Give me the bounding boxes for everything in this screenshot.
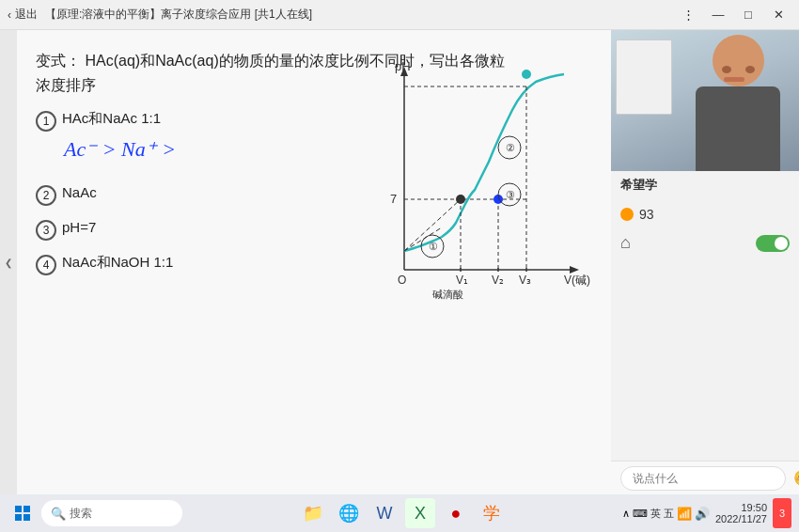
counter-dot (620, 208, 634, 221)
svg-text:V₂: V₂ (492, 274, 504, 287)
word-icon[interactable]: W (369, 498, 400, 528)
item-2-label: NaAc (62, 184, 97, 200)
svg-text:③: ③ (506, 189, 515, 200)
minimize-button[interactable]: — (705, 5, 731, 25)
item-2-num: 2 (36, 185, 56, 206)
sidebar: 希望学 93 ⌂ 😊 发送 (611, 30, 799, 494)
start-button[interactable] (8, 498, 38, 528)
home-icon[interactable]: ⌂ (620, 233, 631, 253)
svg-text:V(碱): V(碱) (564, 274, 590, 287)
emoji-button[interactable]: 😊 (793, 466, 799, 491)
title-bar-left: ‹ 退出 【原理:溶液中的平衡】离子浓度综合应用 [共1人在线] (8, 7, 312, 23)
clock-date: 2022/11/27 (715, 513, 767, 524)
excel-icon[interactable]: X (405, 498, 435, 528)
edge-icon[interactable]: 🌐 (334, 498, 364, 528)
volume-icon[interactable]: 🔊 (695, 507, 710, 521)
search-label: 搜索 (70, 506, 92, 522)
window-title: 【原理:溶液中的平衡】离子浓度综合应用 [共1人在线] (45, 7, 312, 23)
lesson-area: 变式： HAc(aq)和NaAc(aq)的物质的量的浓度比例不同时，写出各微粒 … (17, 30, 611, 494)
svg-text:V₁: V₁ (456, 274, 468, 287)
ph-graph: pH V(碱) 7 O V₁ V₂ (367, 49, 592, 321)
sidebar-spacer (611, 257, 799, 461)
svg-text:①: ① (429, 241, 438, 252)
svg-text:②: ② (506, 142, 515, 153)
taskbar-icons: 📁 🌐 W X ● 学 (298, 498, 507, 528)
svg-text:V₃: V₃ (519, 274, 531, 287)
taskbar-left: 🔍 搜索 (8, 498, 182, 528)
item-1-num: 1 (36, 111, 56, 132)
app-icon-1[interactable]: ● (441, 498, 471, 528)
slide-toggle[interactable]: ❮ (0, 30, 17, 494)
app-icon-2[interactable]: 学 (477, 498, 507, 528)
taskbar-search[interactable]: 🔍 搜索 (41, 500, 182, 526)
item-3-label: pH=7 (62, 219, 96, 235)
title-bar: ‹ 退出 【原理:溶液中的平衡】离子浓度综合应用 [共1人在线] ⋮ — □ ✕ (0, 0, 799, 30)
clock[interactable]: 19:50 2022/11/27 (715, 502, 767, 524)
video-placeholder (611, 30, 799, 171)
svg-point-28 (522, 70, 531, 79)
brand-label: 希望学 (611, 171, 799, 199)
viewer-counter: 93 (611, 199, 799, 229)
item-1-label: HAc和NaAc 1:1 (62, 110, 161, 128)
viewer-count: 93 (639, 207, 654, 222)
svg-text:O: O (398, 274, 406, 287)
maximize-button[interactable]: □ (735, 5, 761, 25)
svg-marker-3 (570, 266, 579, 274)
item-3-num: 3 (36, 220, 56, 241)
item-4-num: 4 (36, 255, 56, 275)
chevron-left-icon: ❮ (5, 258, 12, 268)
tray-icons: ∧ ⌨ 英 五 📶 🔊 (622, 507, 710, 521)
chat-area: 😊 发送 (611, 461, 799, 494)
svg-text:碱滴酸: 碱滴酸 (432, 289, 463, 300)
wifi-icon[interactable]: 📶 (677, 507, 692, 521)
svg-text:pH: pH (395, 59, 411, 73)
graph-container: pH V(碱) 7 O V₁ V₂ (367, 49, 592, 331)
taskbar: 🔍 搜索 📁 🌐 W X ● 学 ∧ ⌨ 英 五 📶 🔊 19:50 20 (0, 494, 799, 532)
search-icon: 🔍 (51, 507, 66, 521)
svg-point-27 (456, 195, 465, 204)
app-container: ‹ 退出 【原理:溶液中的平衡】离子浓度综合应用 [共1人在线] ⋮ — □ ✕… (0, 0, 799, 532)
teacher-video (611, 30, 799, 171)
sidebar-controls: ⌂ (611, 229, 799, 257)
svg-text:7: 7 (390, 192, 397, 206)
question-line2: 浓度排序 (36, 77, 96, 93)
back-label: 退出 (15, 7, 38, 23)
toggle-switch[interactable] (756, 235, 790, 252)
back-icon: ‹ (8, 8, 11, 22)
whiteboard: 变式： HAc(aq)和NaAc(aq)的物质的量的浓度比例不同时，写出各微粒 … (17, 30, 611, 494)
arrow-up-icon[interactable]: ∧ (622, 508, 630, 520)
chat-input[interactable] (620, 466, 786, 491)
item-4-label: NaAc和NaOH 1:1 (62, 254, 173, 272)
title-bar-right: ⋮ — □ ✕ (675, 5, 791, 25)
back-button[interactable]: ‹ 退出 (8, 7, 38, 23)
content-area: ❮ 变式： HAc(aq)和NaAc(aq)的物质的量的浓度比例不同时，写出各微… (0, 30, 799, 494)
notification-badge[interactable]: 3 (773, 498, 791, 528)
lang-label[interactable]: 英 (650, 507, 661, 521)
close-button[interactable]: ✕ (765, 5, 791, 25)
file-explorer-icon[interactable]: 📁 (298, 498, 328, 528)
taskbar-right: ∧ ⌨ 英 五 📶 🔊 19:50 2022/11/27 3 (622, 498, 791, 528)
input-icon[interactable]: ⌨ (633, 508, 648, 520)
windows-logo (15, 506, 30, 521)
clock-time: 19:50 (741, 502, 767, 513)
day-label: 五 (664, 507, 674, 521)
more-button[interactable]: ⋮ (675, 5, 701, 25)
